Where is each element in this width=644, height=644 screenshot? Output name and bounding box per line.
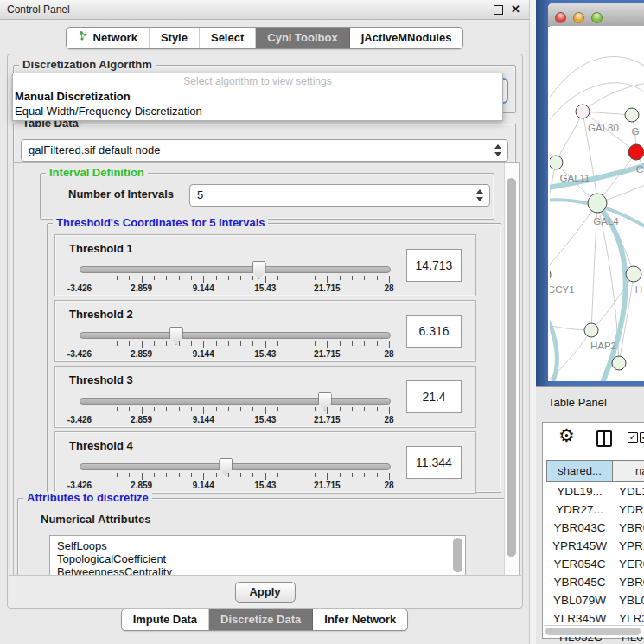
minor-tick xyxy=(117,473,118,477)
threshold-slider-track[interactable] xyxy=(80,398,391,405)
table-row[interactable]: YER054CYER0 xyxy=(546,555,644,573)
table-horizontal-scrollbar-thumb[interactable] xyxy=(545,628,641,635)
checkbox-checked-icon[interactable]: ✓ xyxy=(628,432,638,443)
checkbox-checked-icon[interactable]: ✓ xyxy=(640,432,644,443)
table-cell-name[interactable]: YBR0 xyxy=(613,519,644,537)
number-of-intervals-combobox[interactable]: 5 xyxy=(189,184,490,207)
table-cell-shared-name[interactable]: YBR045C xyxy=(546,573,613,591)
table-cell-name[interactable]: YER0 xyxy=(613,555,644,573)
column-header-name[interactable]: na xyxy=(613,460,644,482)
minor-tick xyxy=(92,407,92,411)
minor-tick xyxy=(117,407,118,411)
attribute-list-item[interactable]: TopologicalCoefficient xyxy=(50,552,465,565)
threshold-label: Threshold 4 xyxy=(69,439,133,452)
column-header-shared-name[interactable]: shared... xyxy=(546,460,613,482)
table-row[interactable]: YDR27...YDR2 xyxy=(546,501,644,519)
table-row[interactable]: YPR145WYPR1 xyxy=(546,537,644,555)
network-node[interactable] xyxy=(550,268,551,282)
threshold-panel-1: Threshold 1-3.4262.8599.14415.4321.71528… xyxy=(54,234,476,296)
table-cell-shared-name[interactable]: YER054C xyxy=(546,555,613,573)
network-edge xyxy=(550,57,644,108)
settings-scrollbar-track[interactable] xyxy=(504,163,519,576)
table-row[interactable]: YBL079WYBL0 xyxy=(546,591,644,609)
tick-label: 21.715 xyxy=(305,349,348,359)
tick-label: 28 xyxy=(367,481,411,490)
table-horizontal-scrollbar[interactable] xyxy=(544,625,644,637)
close-icon[interactable]: ✕ xyxy=(511,3,520,16)
table-cell-name[interactable]: YBL0 xyxy=(613,591,644,609)
threshold-slider-track[interactable] xyxy=(80,332,391,339)
settings-scrollpane: Interval Definition Number of Intervals … xyxy=(13,162,520,577)
threshold-slider-handle[interactable] xyxy=(219,458,233,476)
control-panel-tabs: NetworkStyleSelectCyni ToolboxjActiveMNo… xyxy=(0,27,529,49)
network-node[interactable] xyxy=(628,144,644,160)
threshold-slider-track[interactable] xyxy=(80,266,391,273)
network-node-label: G xyxy=(632,126,640,137)
close-button[interactable] xyxy=(555,12,566,23)
network-node[interactable] xyxy=(612,356,626,370)
threshold-value-field[interactable]: 11.344 xyxy=(406,446,462,479)
network-node[interactable] xyxy=(626,266,641,282)
network-window-titlebar[interactable] xyxy=(548,3,644,27)
minor-tick xyxy=(179,341,180,346)
threshold-value-field[interactable]: 14.713 xyxy=(406,249,462,282)
table-cell-shared-name[interactable]: YDL19... xyxy=(546,482,613,501)
table-row[interactable]: YDL19...YDL1 xyxy=(546,482,644,501)
table-cell-shared-name[interactable]: YPR145W xyxy=(546,537,613,555)
threshold-slider-track[interactable] xyxy=(80,463,391,470)
table-row[interactable]: YBR045CYBR0 xyxy=(546,573,644,591)
tab-jactivemnodules[interactable]: jActiveMNodules xyxy=(350,28,463,48)
zoom-button[interactable] xyxy=(591,12,603,23)
gear-icon[interactable]: ⚙ xyxy=(558,425,575,446)
tab-network[interactable]: Network xyxy=(67,28,150,48)
attribute-list-item[interactable]: SelfLoops xyxy=(50,539,465,552)
tab-label: jActiveMNodules xyxy=(361,28,452,48)
table-row[interactable]: YBR043CYBR0 xyxy=(546,519,644,537)
network-node[interactable] xyxy=(584,323,598,337)
table-cell-shared-name[interactable]: YBL079W xyxy=(546,591,613,609)
bottom-tab-impute-data[interactable]: Impute Data xyxy=(122,609,209,630)
tab-select[interactable]: Select xyxy=(200,28,256,48)
settings-scrollbar-thumb[interactable] xyxy=(507,178,516,557)
bottom-tab-bar: Impute DataDiscretize DataInfer Network xyxy=(121,609,409,631)
number-of-intervals-label: Number of Intervals xyxy=(68,188,174,201)
tick-label: 9.144 xyxy=(182,481,225,490)
minor-tick xyxy=(166,276,167,280)
threshold-value-field[interactable]: 6.316 xyxy=(406,315,462,348)
minor-tick xyxy=(303,473,303,477)
network-node[interactable] xyxy=(576,105,590,118)
table-cell-shared-name[interactable]: YBR043C xyxy=(546,519,613,537)
network-node[interactable] xyxy=(550,156,563,169)
minor-tick xyxy=(129,407,130,411)
attributes-list-scrollbar[interactable] xyxy=(453,538,462,572)
network-node[interactable] xyxy=(588,194,607,213)
threshold-slider-handle[interactable] xyxy=(318,392,332,411)
bottom-tab-label: Infer Network xyxy=(324,609,396,630)
tick-label: 15.43 xyxy=(244,349,287,359)
threshold-slider-handle[interactable] xyxy=(169,327,183,345)
bottom-tab-infer-network[interactable]: Infer Network xyxy=(313,609,407,630)
tick-label: 15.43 xyxy=(244,481,287,490)
table-cell-name[interactable]: YDR2 xyxy=(613,501,644,519)
threshold-slider-handle[interactable] xyxy=(252,261,266,279)
apply-button[interactable]: Apply xyxy=(234,582,295,603)
algorithm-dropdown-popup: Select algorithm to view settings Manual… xyxy=(12,73,503,121)
table-cell-name[interactable]: YDL1 xyxy=(613,482,644,501)
table-cell-name[interactable]: YPR1 xyxy=(613,537,644,555)
network-canvas[interactable]: GAL80GCGAL11GAL4GCY1HHAP2 xyxy=(550,26,644,381)
split-columns-icon[interactable] xyxy=(596,430,612,447)
tab-style[interactable]: Style xyxy=(150,28,200,48)
threshold-value-field[interactable]: 21.4 xyxy=(406,380,462,413)
table-cell-shared-name[interactable]: YDR27... xyxy=(546,501,613,519)
bottom-tab-discretize-data[interactable]: Discretize Data xyxy=(209,609,313,630)
algorithm-option-manual[interactable]: Manual Discretization xyxy=(15,90,131,103)
algorithm-option-equal-width[interactable]: Equal Width/Frequency Discretization xyxy=(15,105,202,118)
tab-cyni-toolbox[interactable]: Cyni Toolbox xyxy=(256,28,349,48)
network-node[interactable] xyxy=(625,108,639,122)
minor-tick xyxy=(240,276,241,280)
table-cell-name[interactable]: YBR0 xyxy=(613,573,644,591)
tick-label: 15.43 xyxy=(244,415,287,424)
table-data-combobox[interactable]: galFiltered.sif default node xyxy=(21,139,508,162)
minimize-button[interactable] xyxy=(573,12,584,23)
float-window-icon[interactable] xyxy=(494,5,503,15)
